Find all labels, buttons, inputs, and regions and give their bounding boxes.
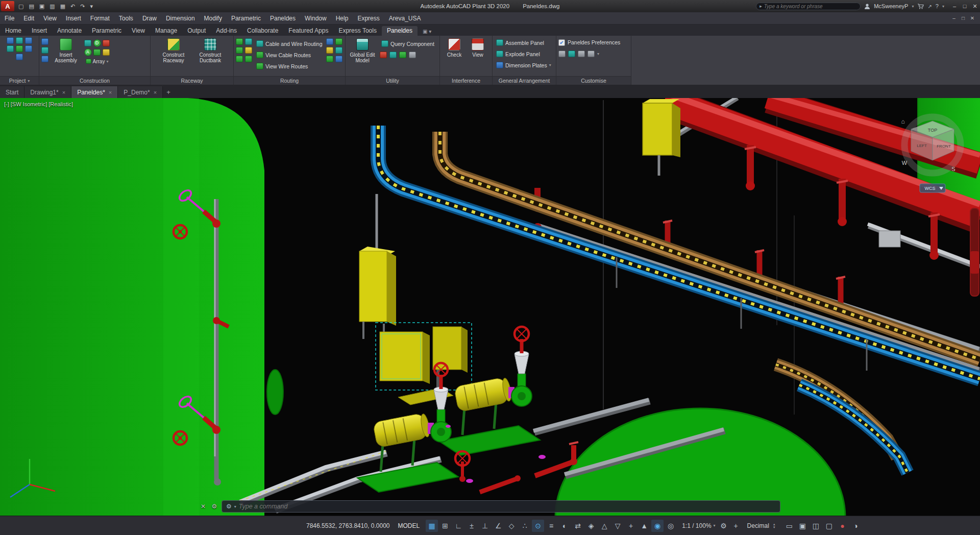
customise-tool-icon[interactable] (587, 51, 595, 57)
ribbon-tab-output[interactable]: Output (182, 26, 211, 36)
polar-tracking-icon[interactable]: ∠ (492, 520, 504, 532)
selection-filtering-icon[interactable]: ▽ (611, 520, 624, 532)
project-tool-icon[interactable] (16, 37, 23, 44)
model-space-button[interactable]: MODEL (398, 522, 420, 529)
autocad-logo-icon[interactable]: A (1, 1, 14, 11)
routing-tool-icon[interactable] (335, 56, 342, 62)
doc-close-button[interactable]: ✕ (968, 15, 977, 21)
ortho-mode-icon[interactable]: ⊥ (479, 520, 491, 532)
visual-style-control[interactable]: [Realistic] (48, 101, 73, 107)
menu-item-express[interactable]: Express (353, 12, 384, 25)
construction-tool-icon[interactable] (103, 40, 110, 46)
search-go-icon[interactable]: ▸ (760, 4, 762, 9)
infer-constraints-icon[interactable]: ∟ (452, 520, 464, 532)
pencil-icon[interactable] (103, 49, 110, 56)
annotation-visibility-icon[interactable]: ▲ (638, 520, 650, 532)
menu-item-help[interactable]: Help (331, 12, 353, 25)
search-input[interactable] (764, 4, 857, 9)
view-cable-routes-button[interactable]: View Cable Routes (255, 50, 324, 60)
autoscale-icon[interactable]: ◉ (651, 520, 664, 532)
lineweight-icon[interactable]: ≡ (545, 520, 557, 532)
routing-tool-icon[interactable] (326, 38, 333, 45)
routing-tool-icon[interactable] (326, 56, 333, 62)
menu-item-draw[interactable]: Draw (138, 12, 161, 25)
project-tool-icon[interactable] (7, 37, 14, 44)
routing-tool-icon[interactable] (245, 47, 252, 54)
save-as-icon[interactable]: ▥ (47, 3, 57, 10)
command-line-close-button[interactable]: ✕ (199, 503, 207, 510)
routing-tool-icon[interactable] (236, 56, 243, 62)
ribbon-tab-add-ins[interactable]: Add-ins (211, 26, 242, 36)
menu-item-modify[interactable]: Modify (200, 12, 227, 25)
help-menu-caret-icon[interactable]: ▾ (942, 4, 944, 9)
open-file-icon[interactable]: ▤ (27, 3, 36, 10)
menu-item-parametric[interactable]: Parametric (227, 12, 265, 25)
customise-tool-icon[interactable] (578, 51, 585, 57)
viewcube-home-icon[interactable]: ⌂ (901, 118, 904, 125)
viewcube-south-label[interactable]: S (951, 166, 955, 172)
construction-tool-icon[interactable] (41, 38, 48, 45)
ribbon-tab-paneldes[interactable]: Paneldes (382, 26, 418, 36)
routing-tool-icon[interactable] (335, 47, 342, 54)
project-tool-icon[interactable] (7, 45, 14, 52)
plot-icon[interactable]: ▦ (58, 3, 67, 10)
drawing-tab-p-demo[interactable]: P_Demo*× (118, 86, 163, 98)
ductbank-letter-icon[interactable]: D (93, 39, 101, 47)
dynamic-input-icon[interactable]: ± (465, 520, 478, 532)
project-tool-icon[interactable] (16, 45, 23, 52)
new-drawing-tab-button[interactable]: + (163, 86, 174, 98)
ribbon-tab-collaborate[interactable]: Collaborate (242, 26, 283, 36)
ribbon-tab-parametric[interactable]: Parametric (87, 26, 127, 36)
window-maximize-button[interactable]: □ (960, 3, 970, 10)
menu-item-dimension[interactable]: Dimension (161, 12, 200, 25)
units-spinner[interactable]: ▴ ▾ (773, 523, 775, 529)
object-snap-icon[interactable]: ⊙ (532, 520, 544, 532)
menu-item-paneldes[interactable]: Paneldes (265, 12, 300, 25)
customise-tool-icon[interactable] (568, 51, 575, 57)
layout-switch-icon[interactable]: ◫ (810, 520, 822, 532)
help-button[interactable]: ? (936, 3, 939, 9)
snap-mode-icon[interactable]: ⊞ (439, 520, 451, 532)
menu-item-areva-usa[interactable]: Areva_USA (384, 12, 426, 25)
utility-tool-icon[interactable] (380, 52, 387, 58)
command-line[interactable]: ⚙ ▾ (222, 500, 780, 513)
routing-tool-icon[interactable] (326, 47, 333, 54)
annotation-scale-button[interactable]: 1:1 / 100% (682, 522, 711, 529)
interference-check-button[interactable]: Check (445, 37, 463, 58)
performance-alert-icon[interactable]: ● (836, 520, 848, 532)
annotation-scale-caret-icon[interactable]: ▾ (714, 523, 716, 528)
status-more-icon[interactable]: ◑ (849, 520, 862, 532)
transparency-icon[interactable]: ◐ (558, 520, 571, 532)
panel-label-project[interactable]: Project▾ (0, 76, 39, 85)
app-store-cart-icon[interactable] (917, 4, 924, 9)
units-down-icon[interactable]: ▾ (773, 526, 775, 529)
ribbon-display-toggle[interactable]: ▣ ▾ (423, 29, 431, 36)
routing-tool-icon[interactable] (245, 56, 252, 62)
isometric-drafting-icon[interactable]: ◇ (505, 520, 518, 532)
redo-icon[interactable]: ↷ (78, 3, 87, 10)
ribbon-tab-featured-apps[interactable]: Featured Apps (283, 26, 333, 36)
selection-cycling-icon[interactable]: ⇄ (572, 520, 584, 532)
utility-tool-icon[interactable] (389, 52, 397, 58)
command-line-customize-button[interactable]: ⚙ (210, 503, 218, 510)
ribbon-tab-insert[interactable]: Insert (27, 26, 52, 36)
menu-item-edit[interactable]: Edit (19, 12, 39, 25)
construction-tool-icon[interactable] (41, 47, 48, 54)
menu-item-format[interactable]: Format (86, 12, 114, 25)
clean-screen-icon[interactable]: ▢ (823, 520, 835, 532)
insert-assembly-button[interactable]: Insert Assembly (51, 37, 81, 63)
construct-ductbank-button[interactable]: Construct Ductbank (195, 37, 225, 63)
construct-raceway-button[interactable]: Construct Raceway (159, 37, 188, 63)
utility-tool-icon[interactable] (409, 52, 416, 58)
routing-tool-icon[interactable] (335, 38, 342, 45)
project-tool-icon[interactable] (16, 54, 23, 60)
viewport-menu-control[interactable]: [-] (4, 101, 9, 107)
project-tool-icon[interactable] (25, 45, 32, 52)
view-control[interactable]: [SW Isometric] (11, 101, 47, 107)
doc-restore-button[interactable]: □ (959, 15, 968, 21)
view-wire-routes-button[interactable]: View Wire Routes (255, 61, 324, 71)
drawing-tab-start[interactable]: Start (0, 86, 24, 98)
routing-tool-icon[interactable] (236, 38, 243, 45)
qat-menu-icon[interactable]: ▾ (88, 3, 95, 10)
undo-icon[interactable]: ↶ (68, 3, 77, 10)
